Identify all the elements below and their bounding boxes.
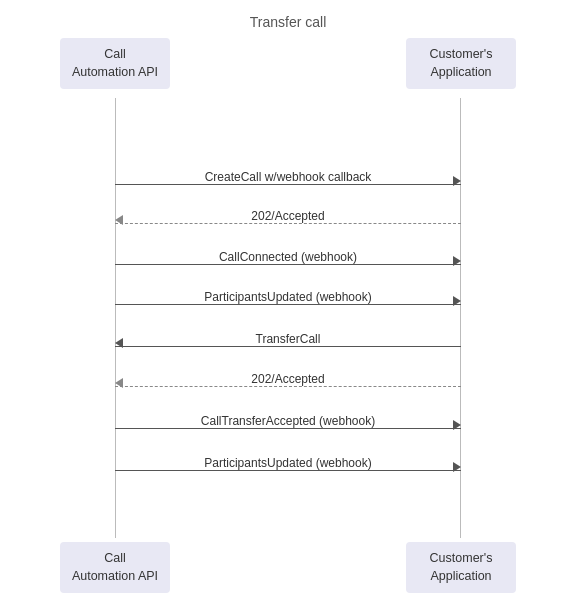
arrowhead-7 (453, 420, 461, 430)
arrow-row-3: CallConnected (webhook) (115, 234, 461, 254)
arrow-label-7: CallTransferAccepted (webhook) (115, 414, 461, 428)
arrow-label-1: CreateCall w/webhook callback (115, 170, 461, 184)
arrow-row-4: ParticipantsUpdated (webhook) (115, 274, 461, 294)
arrow-label-8: ParticipantsUpdated (webhook) (115, 456, 461, 470)
arrow-row-7: CallTransferAccepted (webhook) (115, 398, 461, 418)
actor-top-left: Call Automation API (60, 38, 170, 89)
arrowhead-3 (453, 256, 461, 266)
diagram-container: Transfer call Call Automation API Custom… (0, 0, 576, 595)
diagram-title: Transfer call (0, 0, 576, 30)
arrow-row-6: 202/Accepted (115, 356, 461, 376)
arrow-row-8: ParticipantsUpdated (webhook) (115, 440, 461, 460)
arrowhead-1 (453, 176, 461, 186)
arrow-line-5 (115, 346, 461, 347)
arrow-line-6 (115, 386, 461, 387)
arrow-label-6: 202/Accepted (115, 372, 461, 386)
arrow-line-4 (115, 304, 461, 305)
diagram-body: Call Automation API Customer's Applicati… (0, 38, 576, 593)
arrow-label-4: ParticipantsUpdated (webhook) (115, 290, 461, 304)
arrow-label-3: CallConnected (webhook) (115, 250, 461, 264)
arrow-line-2 (115, 223, 461, 224)
arrow-label-5: TransferCall (115, 332, 461, 346)
arrowhead-8 (453, 462, 461, 472)
actor-bottom-left: Call Automation API (60, 542, 170, 593)
arrowhead-2 (115, 215, 123, 225)
arrow-row-2: 202/Accepted (115, 193, 461, 213)
arrow-row-5: TransferCall (115, 316, 461, 336)
arrowhead-5 (115, 338, 123, 348)
arrowhead-6 (115, 378, 123, 388)
arrow-line-3 (115, 264, 461, 265)
arrow-line-7 (115, 428, 461, 429)
arrow-row-1: CreateCall w/webhook callback (115, 154, 461, 174)
arrowhead-4 (453, 296, 461, 306)
actor-top-right: Customer's Application (406, 38, 516, 89)
arrow-line-8 (115, 470, 461, 471)
actor-bottom-right: Customer's Application (406, 542, 516, 593)
arrow-label-2: 202/Accepted (115, 209, 461, 223)
arrow-line-1 (115, 184, 461, 185)
